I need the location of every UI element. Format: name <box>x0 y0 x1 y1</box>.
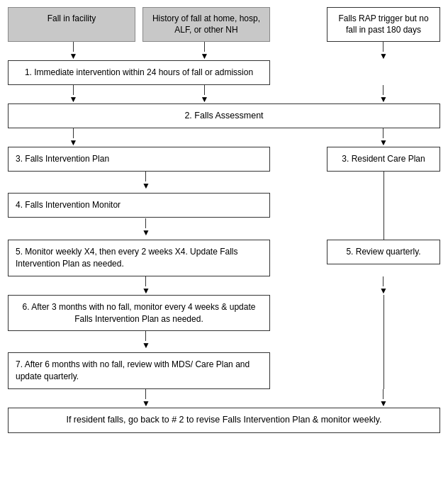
step3-right-box: 3. Resident Care Plan <box>327 147 440 172</box>
step2-box: 2. Falls Assessment <box>8 103 440 129</box>
arrow-step3-left: ▼ <box>142 172 150 190</box>
flowchart: Fall in facility History of fall at home… <box>8 7 440 433</box>
arrow-fall-facility: ▼ <box>69 42 78 60</box>
right-col-line-1 <box>383 172 384 193</box>
right-col-line-7 <box>383 352 384 389</box>
step1-box: 1. Immediate intervention within 24 hour… <box>8 60 270 85</box>
fall-in-facility-box: Fall in facility <box>8 7 135 42</box>
arrow-right-final: ▼ <box>379 389 388 408</box>
history-of-fall-box: History of fall at home, hosp, ALF, or o… <box>142 7 270 42</box>
arrow-step4: ▼ <box>142 218 150 237</box>
right-col-line-5 <box>383 295 384 332</box>
arrow-step5: ▼ <box>142 276 150 295</box>
arrow-rap-trigger: ▼ <box>379 42 388 60</box>
step6-box: 6. After 3 months with no fall, monitor … <box>8 295 270 332</box>
bottom-box: If resident falls, go back to # 2 to rev… <box>8 408 440 433</box>
arrow-step6: ▼ <box>142 331 150 349</box>
falls-rap-trigger-box: Falls RAP trigger but no fall in past 18… <box>327 7 440 42</box>
arrow-step2-left: ▼ <box>69 128 78 147</box>
arrow-step7: ▼ <box>142 389 150 408</box>
step5-left-box: 5. Monitor weekly X4, then every 2 weeks… <box>8 240 270 276</box>
step4-box: 4. Falls Intervention Monitor <box>8 193 270 218</box>
arrow-step1-right: ▼ <box>201 85 209 103</box>
right-col-line-4: ▼ <box>379 276 388 295</box>
step7-box: 7. After 6 months with no fall, review w… <box>8 352 270 389</box>
step3-left-box: 3. Falls Intervention Plan <box>8 147 270 172</box>
arrow-history-fall: ▼ <box>201 42 209 60</box>
arrow-rap-to-assessment: ▼ <box>379 85 388 103</box>
right-col-line-3 <box>383 218 384 240</box>
arrow-step2-right: ▼ <box>379 128 388 147</box>
right-col-line-6 <box>383 331 384 352</box>
arrow-step1-left: ▼ <box>69 85 78 103</box>
step5-right-box: 5. Review quarterly. <box>327 240 440 264</box>
right-col-line-2 <box>383 193 384 218</box>
